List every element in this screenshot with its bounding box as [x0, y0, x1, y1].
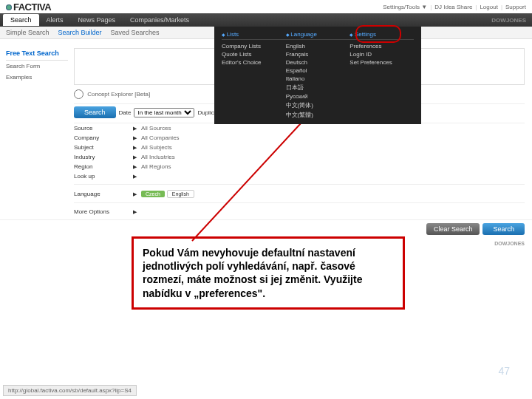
- dd-lang-fr[interactable]: Français: [286, 50, 350, 58]
- dd-preferences[interactable]: Preferences: [349, 42, 414, 50]
- status-bar: http://global.factiva.com/sb/default.asp…: [3, 385, 137, 396]
- logo: FACTIVA: [6, 1, 51, 13]
- page-number: 47: [498, 365, 510, 377]
- dd-lang-zh2[interactable]: 中文(繁體): [286, 110, 350, 120]
- sidebar-examples[interactable]: Examples: [6, 72, 68, 83]
- subnav-builder[interactable]: Search Builder: [58, 29, 102, 36]
- dd-lists-head: Lists: [222, 31, 286, 40]
- date-label: Date: [119, 109, 132, 116]
- dd-lang-jp[interactable]: 日本語: [286, 83, 350, 92]
- idea-share-link[interactable]: DJ Idea Share: [434, 4, 472, 10]
- filter-company-label: Company: [74, 134, 133, 141]
- dd-lang-zh1[interactable]: 中文(简体): [286, 100, 350, 110]
- filter-industry-label: Industry: [74, 154, 133, 160]
- search-button-top[interactable]: Search: [74, 106, 116, 118]
- brand-label: DOWJONES: [491, 17, 526, 24]
- dd-lang-ru[interactable]: Русский: [286, 92, 350, 100]
- subnav-saved[interactable]: Saved Searches: [111, 29, 160, 36]
- bottom-buttons: Clear Search Search: [0, 219, 532, 238]
- lang-tag-czech[interactable]: Czech: [141, 191, 165, 197]
- dd-lang-en[interactable]: English: [286, 42, 350, 50]
- filter-company-val: All Companies: [141, 134, 180, 141]
- preferences-callout: [355, 25, 401, 43]
- dd-loginid[interactable]: Login ID: [349, 50, 414, 58]
- annotation-note: Pokud Vám nevyhovuje defaultní nastavení…: [132, 236, 405, 310]
- dd-setprefs[interactable]: Set Preferences: [349, 58, 414, 66]
- dd-language-head: Language: [286, 31, 350, 40]
- dd-editors-choice[interactable]: Editor's Choice: [222, 58, 286, 66]
- chevron-right-icon[interactable]: ▶: [133, 145, 137, 151]
- search-button-bottom[interactable]: Search: [482, 223, 525, 235]
- sidebar-form[interactable]: Search Form: [6, 61, 68, 72]
- tab-newspages[interactable]: News Pages: [71, 14, 123, 26]
- settings-tools-link[interactable]: Settings/Tools ▼: [383, 4, 427, 10]
- tab-companies[interactable]: Companies/Markets: [123, 14, 197, 26]
- dd-quote-lists[interactable]: Quote Lists: [222, 50, 286, 58]
- filter-lookup-label: Look up: [74, 173, 133, 180]
- filter-source-label: Source: [74, 125, 133, 132]
- chevron-right-icon[interactable]: ▶: [133, 135, 137, 141]
- chevron-right-icon[interactable]: ▶: [133, 191, 137, 197]
- filter-region-val: All Regions: [141, 163, 171, 170]
- header: FACTIVA Settings/Tools ▼| DJ Idea Share|…: [0, 0, 532, 13]
- chevron-right-icon[interactable]: ▶: [133, 164, 137, 170]
- dd-lang-it[interactable]: Italiano: [286, 75, 350, 83]
- chevron-right-icon[interactable]: ▶: [133, 209, 137, 215]
- filter-subject-val: All Subjects: [141, 144, 172, 151]
- filters: Source▶All Sources Company▶All Companies…: [74, 123, 525, 216]
- filter-source-val: All Sources: [141, 125, 171, 132]
- concept-explorer-label: Concept Explorer [Beta]: [87, 91, 150, 98]
- sidebar-title: Free Text Search: [6, 50, 68, 61]
- filter-language-label: Language: [74, 191, 133, 197]
- navbar: Search Alerts News Pages Companies/Marke…: [0, 13, 532, 27]
- chevron-right-icon[interactable]: ▶: [133, 126, 137, 132]
- dd-lang-es[interactable]: Español: [286, 66, 350, 75]
- tab-search[interactable]: Search: [3, 14, 39, 26]
- dd-lang-de[interactable]: Deutsch: [286, 58, 350, 66]
- chevron-right-icon[interactable]: ▶: [133, 174, 137, 180]
- filter-industry-val: All Industries: [141, 154, 175, 160]
- clear-search-button[interactable]: Clear Search: [426, 223, 480, 235]
- subnav-simple[interactable]: Simple Search: [6, 29, 50, 36]
- sidebar: Free Text Search Search Form Examples: [0, 45, 74, 219]
- logout-link[interactable]: Logout: [480, 4, 497, 10]
- tab-alerts[interactable]: Alerts: [39, 14, 71, 26]
- top-links: Settings/Tools ▼| DJ Idea Share| Logout|…: [383, 4, 526, 10]
- support-link[interactable]: Support: [505, 4, 526, 10]
- chevron-right-icon[interactable]: ▶: [133, 154, 137, 160]
- filter-subject-label: Subject: [74, 144, 133, 151]
- lang-tag-english[interactable]: English: [167, 190, 194, 198]
- more-options-label: More Options: [74, 208, 133, 215]
- concept-explorer-radio[interactable]: [74, 89, 83, 99]
- filter-region-label: Region: [74, 163, 133, 170]
- date-select[interactable]: In the last month: [134, 108, 194, 117]
- footer-brand: DOWJONES: [494, 241, 525, 246]
- dd-company-lists[interactable]: Company Lists: [222, 42, 286, 50]
